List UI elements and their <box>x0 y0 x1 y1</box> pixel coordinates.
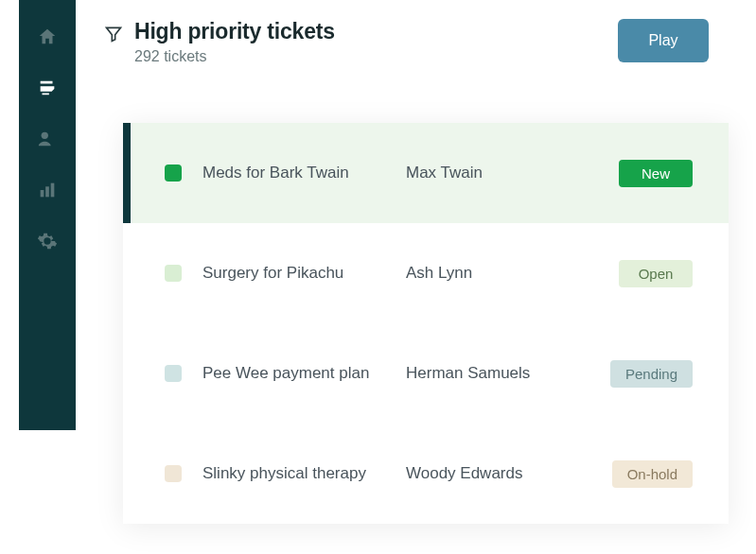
svg-rect-2 <box>45 186 49 197</box>
ticket-requester: Woody Edwards <box>406 464 576 483</box>
home-icon <box>37 26 58 51</box>
ticket-row[interactable]: Meds for Bark TwainMax TwainNew <box>123 123 729 223</box>
bar-chart-icon <box>37 180 58 204</box>
ticket-row[interactable]: Surgery for PikachuAsh LynnOpen <box>123 223 729 323</box>
ticket-requester: Max Twain <box>406 164 576 182</box>
ticket-count: 292 tickets <box>134 48 335 65</box>
svg-point-0 <box>42 132 48 139</box>
ticket-subject: Pee Wee payment plan <box>202 364 406 383</box>
view-title: High priority tickets <box>134 19 335 44</box>
ticket-requester: Ash Lynn <box>406 264 576 283</box>
status-badge: Pending <box>610 360 693 388</box>
sidebar <box>19 0 76 430</box>
tickets-icon <box>37 78 58 102</box>
sidebar-item-tickets[interactable] <box>35 78 60 102</box>
ticket-subject: Meds for Bark Twain <box>202 164 406 182</box>
ticket-row[interactable]: Slinky physical therapyWoody EdwardsOn-h… <box>123 424 729 524</box>
ticket-subject: Surgery for Pikachu <box>202 264 406 283</box>
ticket-list: Meds for Bark TwainMax TwainNewSurgery f… <box>123 123 729 524</box>
play-button[interactable]: Play <box>618 19 709 62</box>
filter-icon <box>104 23 123 49</box>
status-square <box>165 465 182 482</box>
sidebar-item-home[interactable] <box>35 26 60 51</box>
sidebar-item-customers[interactable] <box>35 129 60 153</box>
svg-rect-1 <box>41 190 44 197</box>
sidebar-item-settings[interactable] <box>35 231 60 255</box>
sidebar-item-reports[interactable] <box>35 180 60 204</box>
status-square <box>165 365 182 382</box>
status-badge: New <box>619 160 693 187</box>
gear-icon <box>37 231 58 255</box>
ticket-row[interactable]: Pee Wee payment planHerman SamuelsPendin… <box>123 323 729 424</box>
status-badge: Open <box>619 260 693 287</box>
status-square <box>165 164 182 182</box>
view-header: High priority tickets 292 tickets <box>104 19 577 65</box>
ticket-requester: Herman Samuels <box>406 364 576 383</box>
customers-icon <box>37 129 58 153</box>
status-badge: On-hold <box>612 460 693 488</box>
status-square <box>165 265 182 282</box>
svg-rect-3 <box>51 183 55 198</box>
ticket-subject: Slinky physical therapy <box>202 464 406 483</box>
